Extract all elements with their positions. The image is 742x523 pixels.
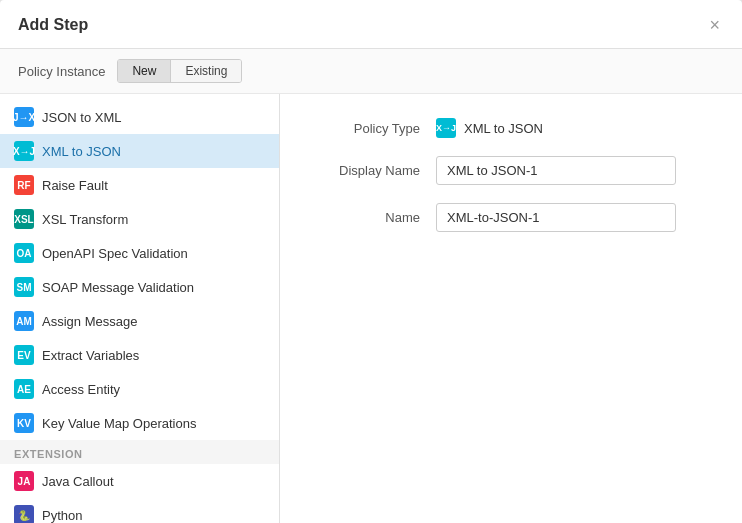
- policy-list: J→X JSON to XML X→J XML to JSON RF Raise…: [0, 94, 280, 523]
- list-item-label: OpenAPI Spec Validation: [42, 246, 188, 261]
- toggle-existing-button[interactable]: Existing: [171, 60, 241, 82]
- list-item-label: Extract Variables: [42, 348, 139, 363]
- list-item-label: Python: [42, 508, 82, 523]
- key-value-map-icon: KV: [14, 413, 34, 433]
- dialog-title: Add Step: [18, 16, 88, 34]
- soap-message-validation-icon: SM: [14, 277, 34, 297]
- openapi-spec-validation-icon: OA: [14, 243, 34, 263]
- list-item-label: Java Callout: [42, 474, 114, 489]
- xml-to-json-icon: X→J: [14, 141, 34, 161]
- dialog-header: Add Step ×: [0, 0, 742, 49]
- name-row: Name: [310, 203, 712, 232]
- policy-type-value: X→J XML to JSON: [436, 118, 543, 138]
- extract-variables-icon: EV: [14, 345, 34, 365]
- policy-type-icon: X→J: [436, 118, 456, 138]
- list-item-label: Key Value Map Operations: [42, 416, 196, 431]
- assign-message-icon: AM: [14, 311, 34, 331]
- policy-type-label: Policy Type: [310, 121, 420, 136]
- raise-fault-icon: RF: [14, 175, 34, 195]
- close-button[interactable]: ×: [705, 14, 724, 36]
- policy-instance-toggle-group: New Existing: [117, 59, 242, 83]
- list-item-access-entity[interactable]: AE Access Entity: [0, 372, 279, 406]
- extension-section-label: EXTENSION: [0, 440, 279, 464]
- list-item-xml-to-json[interactable]: X→J XML to JSON: [0, 134, 279, 168]
- add-step-dialog: Add Step × Policy Instance New Existing …: [0, 0, 742, 523]
- name-input[interactable]: [436, 203, 676, 232]
- display-name-input[interactable]: [436, 156, 676, 185]
- policy-instance-label: Policy Instance: [18, 64, 105, 79]
- list-item-json-to-xml[interactable]: J→X JSON to XML: [0, 100, 279, 134]
- json-to-xml-icon: J→X: [14, 107, 34, 127]
- list-item-label: Access Entity: [42, 382, 120, 397]
- list-item-label: XML to JSON: [42, 144, 121, 159]
- list-item-xsl-transform[interactable]: XSL XSL Transform: [0, 202, 279, 236]
- name-label: Name: [310, 210, 420, 225]
- list-item-python[interactable]: 🐍 Python: [0, 498, 279, 523]
- dialog-body: J→X JSON to XML X→J XML to JSON RF Raise…: [0, 94, 742, 523]
- list-item-java-callout[interactable]: JA Java Callout: [0, 464, 279, 498]
- java-callout-icon: JA: [14, 471, 34, 491]
- display-name-row: Display Name: [310, 156, 712, 185]
- list-item-assign-message[interactable]: AM Assign Message: [0, 304, 279, 338]
- list-item-key-value-map[interactable]: KV Key Value Map Operations: [0, 406, 279, 440]
- policy-instance-bar: Policy Instance New Existing: [0, 49, 742, 94]
- access-entity-icon: AE: [14, 379, 34, 399]
- list-item-label: JSON to XML: [42, 110, 121, 125]
- display-name-label: Display Name: [310, 163, 420, 178]
- list-item-label: SOAP Message Validation: [42, 280, 194, 295]
- list-item-label: Raise Fault: [42, 178, 108, 193]
- list-item-label: XSL Transform: [42, 212, 128, 227]
- list-item-label: Assign Message: [42, 314, 137, 329]
- list-item-soap-message-validation[interactable]: SM SOAP Message Validation: [0, 270, 279, 304]
- xsl-transform-icon: XSL: [14, 209, 34, 229]
- list-item-extract-variables[interactable]: EV Extract Variables: [0, 338, 279, 372]
- list-item-openapi-spec-validation[interactable]: OA OpenAPI Spec Validation: [0, 236, 279, 270]
- detail-panel: Policy Type X→J XML to JSON Display Name…: [280, 94, 742, 523]
- toggle-new-button[interactable]: New: [118, 60, 171, 82]
- python-icon: 🐍: [14, 505, 34, 523]
- list-item-raise-fault[interactable]: RF Raise Fault: [0, 168, 279, 202]
- policy-type-row: Policy Type X→J XML to JSON: [310, 118, 712, 138]
- policy-type-text: XML to JSON: [464, 121, 543, 136]
